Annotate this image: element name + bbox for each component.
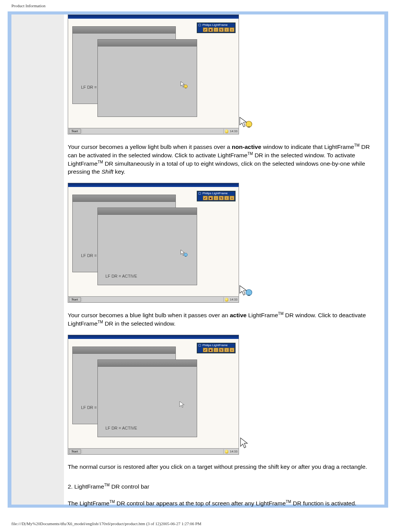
screenshot-3: ▢ Philips LightFrame ✔ ■ ○ ↯ i × — [68, 335, 247, 455]
svg-rect-5 — [185, 256, 186, 257]
cb-btn: i — [224, 348, 229, 352]
cursor-yellow-bulb-large-icon — [239, 117, 253, 128]
control-bar-title: Philips LightFrame — [202, 192, 228, 195]
cb-btn: × — [229, 196, 234, 200]
cb-btn: ○ — [213, 348, 218, 352]
lightframe-control-bar: ▢ Philips LightFrame ✔ ■ ○ ↯ i × — [197, 343, 236, 353]
cb-btn: × — [229, 348, 234, 352]
taskbar: Start 14:33 — [68, 296, 239, 302]
svg-point-6 — [246, 289, 252, 296]
window-back-label: LF DR = — [81, 405, 97, 410]
heading-control-bar: 2. LightFrameTM DR control bar — [68, 482, 376, 491]
taskbar: Start 14:33 — [68, 448, 239, 454]
svg-point-2 — [246, 121, 252, 127]
window-back-label: LF DR = — [81, 85, 97, 89]
cb-btn: ○ — [213, 27, 218, 32]
cb-btn: × — [229, 27, 234, 32]
start-button: Start — [69, 449, 81, 454]
start-button: Start — [69, 297, 81, 302]
tray-time: 14:33 — [230, 129, 237, 133]
window-front-label: LF DR = ACTIVE — [105, 274, 137, 278]
cb-btn: i — [224, 196, 229, 200]
page-footer: file:///D|/My%20Documents/dfu/X6_model/e… — [11, 521, 201, 526]
start-button: Start — [69, 129, 81, 134]
tray-time: 14:33 — [230, 450, 237, 453]
cb-btn: ■ — [208, 196, 213, 200]
window-front-active: LF DR = ACTIVE — [97, 359, 197, 437]
cb-btn: ↯ — [219, 196, 224, 200]
cb-btn: ↯ — [219, 348, 224, 352]
tray-bulb-icon — [225, 129, 228, 133]
page-header: Product Information — [11, 3, 46, 8]
cursor-normal-icon — [178, 401, 186, 408]
control-bar-title: Philips LightFrame — [202, 343, 228, 347]
tray-time: 14:33 — [230, 298, 237, 301]
cb-btn: ✔ — [203, 27, 208, 32]
cb-btn: ○ — [213, 196, 218, 200]
paragraph-control-bar: The LightFrameTM DR control bar appears … — [68, 499, 376, 508]
screenshot-1: ▢ Philips LightFrame ✔ ■ ○ ↯ i × — [68, 14, 247, 134]
svg-rect-3 — [248, 126, 250, 128]
control-bar-icon: ▢ — [198, 23, 201, 27]
cursor-blue-bulb-large-icon — [239, 285, 253, 296]
window-front-active: LF DR = ACTIVE — [97, 208, 197, 285]
left-sidebar-bg — [11, 14, 64, 505]
cb-btn: i — [224, 27, 229, 32]
control-bar-icon: ▢ — [198, 343, 201, 347]
window-front-label: LF DR = ACTIVE — [105, 426, 137, 430]
paragraph-normal-cursor: The normal cursor is restored after you … — [68, 463, 376, 471]
lightframe-control-bar: ▢ Philips LightFrame ✔ ■ ○ ↯ i × — [197, 191, 236, 201]
window-front — [97, 39, 197, 117]
svg-rect-7 — [248, 295, 250, 296]
tray-bulb-icon — [225, 450, 228, 454]
lightframe-control-bar: ▢ Philips LightFrame ✔ ■ ○ ↯ i × — [197, 22, 236, 33]
taskbar: Start 14:33 — [68, 128, 239, 134]
cb-btn: ■ — [208, 348, 213, 352]
cb-btn: ■ — [208, 27, 213, 32]
svg-rect-1 — [185, 88, 186, 88]
control-bar-title: Philips LightFrame — [202, 23, 228, 27]
cb-btn: ↯ — [219, 27, 224, 32]
cursor-normal-large-icon — [239, 437, 253, 448]
cb-btn: ✔ — [203, 196, 208, 200]
paragraph-blue: Your cursor becomes a blue light bulb wh… — [68, 311, 376, 328]
content-frame: ▢ Philips LightFrame ✔ ■ ○ ↯ i × — [8, 11, 388, 508]
control-bar-icon: ▢ — [198, 192, 201, 195]
cursor-yellow-bulb-icon — [180, 81, 188, 89]
paragraph-yellow: Your cursor becomes a yellow light bulb … — [68, 143, 376, 176]
window-back-label: LF DR = — [81, 253, 97, 258]
cursor-blue-bulb-icon — [180, 249, 188, 257]
screenshot-2: ▢ Philips LightFrame ✔ ■ ○ ↯ i × — [68, 183, 247, 303]
tray-bulb-icon — [225, 298, 228, 302]
cb-btn: ✔ — [203, 348, 208, 352]
